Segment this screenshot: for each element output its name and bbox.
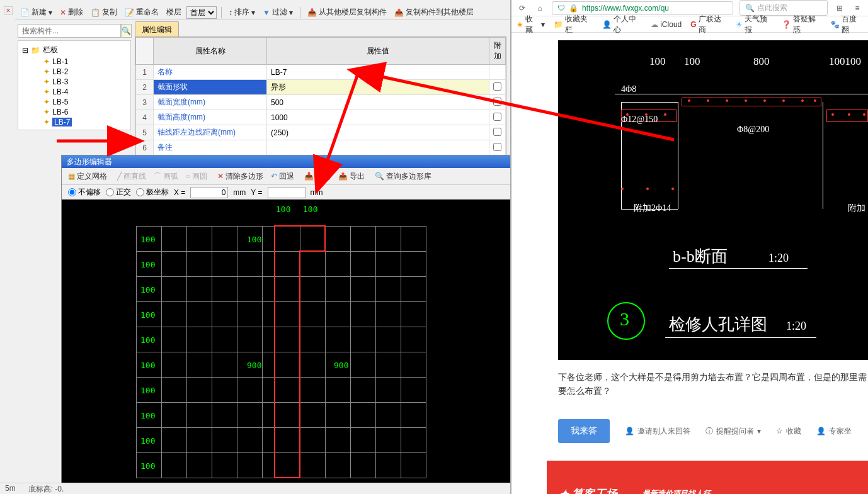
dropdown-icon: ▾ — [49, 8, 52, 17]
remind-button[interactable]: ⓘ提醒提问者▾ — [705, 426, 761, 437]
undo-button[interactable]: ↶回退 — [268, 170, 297, 183]
filter-button[interactable]: ▼过滤▾ — [260, 6, 295, 19]
col-value: 属性值 — [267, 38, 489, 65]
polygon-editor: 多边形编辑器 ✕ ▦定义网格 ╱画直线 ⌒画弧 ○画圆 ✕清除多边形 ↶回退 📥… — [61, 155, 535, 491]
cad-note: 附加 — [848, 203, 865, 214]
copy-icon: 📋 — [91, 8, 100, 17]
bookmark-icloud[interactable]: ☁iCloud — [651, 20, 682, 29]
prop-value[interactable]: (250) — [267, 125, 489, 140]
address-bar[interactable]: 🛡 🔒 https://www.fwxgx.com/qu — [552, 1, 733, 15]
draw-circle-button[interactable]: ○画圆 — [183, 170, 210, 183]
banner-logo: ✦ 算客工场 — [559, 486, 617, 495]
apps-icon[interactable]: ⊞ — [834, 3, 845, 14]
main-toolbar: 📄新建▾ ✕删除 📋复制 📝重命名 楼层 首层 ↕排序▾ ▼过滤▾ 📥从其他楼层… — [15, 5, 510, 20]
bookmark-weather[interactable]: ☀天气预报 — [736, 14, 773, 35]
polar-radio[interactable]: 极坐标 — [136, 187, 169, 198]
invite-button[interactable]: 👤邀请别人来回答 — [625, 426, 690, 437]
tree-item[interactable]: ✦LB-2 — [18, 67, 130, 77]
collect-button[interactable]: ☆收藏 — [776, 426, 801, 437]
prop-checkbox[interactable] — [493, 143, 501, 151]
tree-item-selected[interactable]: ✦LB-7 — [18, 117, 130, 127]
copyfrom-icon: 📥 — [307, 8, 317, 17]
prop-value[interactable]: 异形 — [267, 80, 489, 95]
tree-item[interactable]: ✦LB-5 — [18, 97, 130, 107]
draw-arc-button[interactable]: ⌒画弧 — [151, 170, 181, 183]
user-icon: 👤 — [625, 427, 634, 435]
home-button[interactable]: ⌂ — [534, 3, 545, 14]
prop-value[interactable]: 500 — [267, 95, 489, 110]
copyto-button[interactable]: 📤复制构件到其他楼层 — [392, 6, 476, 19]
ortho-radio[interactable]: 正交 — [106, 187, 131, 198]
clear-icon: ✕ — [217, 172, 224, 181]
item-icon: ✦ — [43, 57, 50, 66]
export-icon: 📤 — [338, 172, 348, 181]
star-icon: ☆ — [776, 427, 783, 435]
item-icon: ✦ — [43, 67, 50, 76]
menu-icon[interactable]: ≡ — [852, 3, 863, 14]
import-button[interactable]: 📥导入 — [302, 170, 333, 183]
cad-note: 附加2Φ14 — [634, 203, 671, 214]
folder-icon: 📁 — [554, 20, 563, 29]
mm-label: mm — [311, 188, 323, 197]
rename-icon: 📝 — [125, 8, 134, 17]
tree-root[interactable]: ⊟📁栏板 — [18, 43, 130, 57]
prop-checkbox[interactable] — [493, 98, 501, 106]
close-icon[interactable]: × — [4, 6, 13, 15]
qa-icon: ❓ — [782, 20, 791, 29]
item-icon: ✦ — [43, 77, 50, 86]
dim-label: 100 — [140, 310, 155, 320]
y-input[interactable] — [268, 187, 306, 198]
cad-note: Φ8@200 — [737, 125, 769, 135]
query-icon: 🔍 — [375, 172, 384, 181]
status-bar: 5m 底标高: -0. — [0, 483, 510, 494]
new-button[interactable]: 📄新建▾ — [18, 6, 55, 19]
status-right: 底标高: -0. — [28, 484, 64, 493]
dim-label: 100 — [276, 205, 290, 214]
prop-checkbox[interactable] — [493, 113, 501, 121]
prop-name: 名称 — [154, 65, 267, 80]
delete-icon: ✕ — [60, 8, 66, 17]
bookmark-gld[interactable]: G广联达商 — [690, 14, 727, 35]
bookmark-folder[interactable]: 📁收藏夹栏 — [554, 14, 593, 35]
dim-label: 100 — [140, 235, 155, 244]
promo-banner[interactable]: ✦ 算客工场 最新造价项目找人征 — [547, 461, 868, 494]
y-label: Y = — [251, 188, 262, 197]
clear-button[interactable]: ✕清除多边形 — [215, 170, 266, 183]
tree-item[interactable]: ✦LB-3 — [18, 77, 130, 87]
sort-button[interactable]: ↕排序▾ — [226, 6, 258, 19]
tree-item[interactable]: ✦LB-4 — [18, 87, 130, 97]
draw-line-button[interactable]: ╱画直线 — [115, 170, 149, 183]
copy-button[interactable]: 📋复制 — [88, 6, 120, 19]
answer-button[interactable]: 我来答 — [558, 419, 610, 443]
bookmark-baidu[interactable]: 🐾百度翻 — [830, 14, 863, 35]
prop-checkbox[interactable] — [493, 128, 501, 136]
polygon-title-bar[interactable]: 多边形编辑器 ✕ — [62, 155, 534, 168]
copyfrom-button[interactable]: 📥从其他楼层复制构件 — [305, 6, 389, 19]
tree-item[interactable]: ✦LB-6 — [18, 107, 130, 117]
refresh-button[interactable]: ⟳ — [517, 3, 528, 14]
prop-value[interactable]: 1000 — [267, 110, 489, 125]
question-text: 下各位老师，这个大样是不是得用剪力墙去布置？它是四周布置，但是的那里需要怎么布置… — [558, 370, 868, 398]
floor-select[interactable]: 首层 — [186, 6, 217, 19]
prop-checkbox[interactable] — [493, 82, 501, 91]
tab-properties[interactable]: 属性编辑 — [135, 21, 179, 38]
tree-item[interactable]: ✦LB-1 — [18, 57, 130, 67]
bookmark-personal[interactable]: 👤个人中心 — [602, 14, 642, 35]
prop-value[interactable] — [267, 140, 489, 155]
x-input[interactable] — [190, 187, 228, 198]
search-button[interactable]: 🔍 — [121, 24, 132, 38]
detail-number: 3 — [620, 308, 629, 330]
delete-button[interactable]: ✕删除 — [57, 6, 86, 19]
no-offset-radio[interactable]: 不偏移 — [68, 187, 101, 198]
search-input[interactable] — [18, 24, 121, 38]
bookmark-qa[interactable]: ❓答疑解惑 — [782, 14, 821, 35]
expert-button[interactable]: 👤专家坐 — [816, 426, 852, 437]
bookmark-fav[interactable]: ★收藏▾ — [517, 14, 545, 35]
rename-button[interactable]: 📝重命名 — [122, 6, 161, 19]
prop-value[interactable]: LB-7 — [267, 65, 489, 80]
dim-label: 900 — [334, 361, 348, 370]
define-grid-button[interactable]: ▦定义网格 — [66, 170, 110, 183]
polygon-canvas[interactable]: 100 100 100 100 100 100 100 100 100 100 … — [62, 199, 534, 491]
query-button[interactable]: 🔍查询多边形库 — [372, 170, 434, 183]
export-button[interactable]: 📤导出 — [336, 170, 367, 183]
